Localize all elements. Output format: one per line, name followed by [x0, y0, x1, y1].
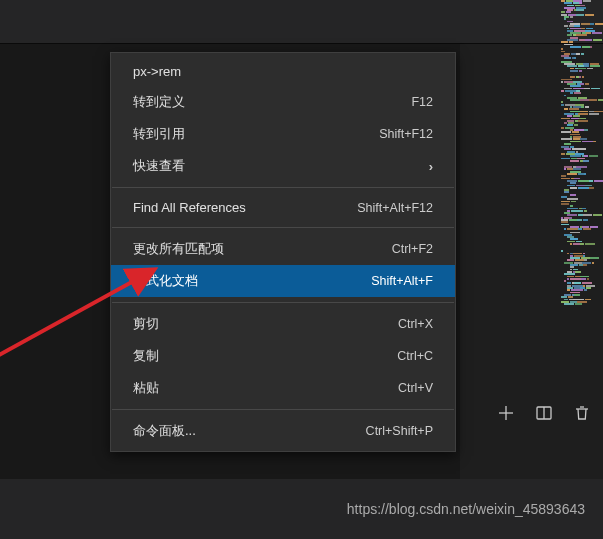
menu-separator: [112, 187, 454, 188]
menu-separator: [112, 409, 454, 410]
menu-item-label: 粘贴: [133, 379, 159, 397]
menu-item[interactable]: px->rem: [111, 57, 455, 86]
menu-item[interactable]: 格式化文档Shift+Alt+F: [111, 265, 455, 297]
minimap[interactable]: [559, 0, 603, 400]
menu-separator: [112, 302, 454, 303]
menu-item[interactable]: 粘贴Ctrl+V: [111, 372, 455, 404]
chevron-right-icon: ›: [429, 159, 433, 174]
menu-item-shortcut: Shift+F12: [379, 127, 433, 141]
menu-item[interactable]: 更改所有匹配项Ctrl+F2: [111, 233, 455, 265]
trash-icon[interactable]: [573, 404, 591, 422]
menu-item-label: 剪切: [133, 315, 159, 333]
menu-item[interactable]: 命令面板...Ctrl+Shift+P: [111, 415, 455, 447]
split-editor-icon[interactable]: [535, 404, 553, 422]
menu-item-label: px->rem: [133, 64, 181, 79]
menu-item-shortcut: Shift+Alt+F: [371, 274, 433, 288]
menu-item-label: 快速查看: [133, 157, 185, 175]
menu-item[interactable]: 快速查看›: [111, 150, 455, 182]
watermark-bar: https://blog.csdn.net/weixin_45893643: [0, 479, 603, 539]
menu-item-shortcut: Ctrl+Shift+P: [366, 424, 433, 438]
menu-item-label: 复制: [133, 347, 159, 365]
menu-item[interactable]: 剪切Ctrl+X: [111, 308, 455, 340]
menu-item-label: 转到引用: [133, 125, 185, 143]
menu-item-shortcut: Ctrl+V: [398, 381, 433, 395]
menu-item[interactable]: 转到引用Shift+F12: [111, 118, 455, 150]
add-icon[interactable]: [497, 404, 515, 422]
menu-item-shortcut: Ctrl+F2: [392, 242, 433, 256]
menu-item-shortcut: Ctrl+C: [397, 349, 433, 363]
menu-item-label: Find All References: [133, 200, 246, 215]
menu-item-label: 更改所有匹配项: [133, 240, 224, 258]
menu-item-label: 转到定义: [133, 93, 185, 111]
menu-item[interactable]: Find All ReferencesShift+Alt+F12: [111, 193, 455, 222]
editor-top-bar: [0, 0, 603, 44]
editor-actions: [497, 404, 591, 422]
menu-item-shortcut: Shift+Alt+F12: [357, 201, 433, 215]
context-menu: px->rem转到定义F12转到引用Shift+F12快速查看›Find All…: [110, 52, 456, 452]
menu-item-label: 格式化文档: [133, 272, 198, 290]
menu-item-shortcut: F12: [411, 95, 433, 109]
menu-item-label: 命令面板...: [133, 422, 196, 440]
menu-separator: [112, 227, 454, 228]
menu-item[interactable]: 转到定义F12: [111, 86, 455, 118]
watermark-text: https://blog.csdn.net/weixin_45893643: [347, 501, 585, 517]
menu-item[interactable]: 复制Ctrl+C: [111, 340, 455, 372]
menu-item-shortcut: Ctrl+X: [398, 317, 433, 331]
